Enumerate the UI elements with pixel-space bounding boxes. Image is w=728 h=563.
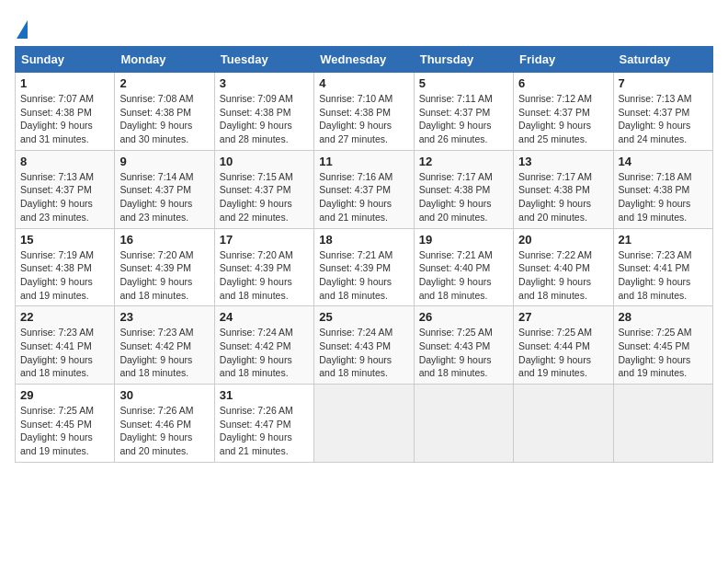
calendar-cell xyxy=(414,385,513,463)
day-info: Sunrise: 7:26 AMSunset: 4:47 PMDaylight:… xyxy=(220,405,293,456)
calendar-week-row: 22Sunrise: 7:23 AMSunset: 4:41 PMDayligh… xyxy=(16,306,713,385)
day-number: 14 xyxy=(619,155,708,168)
day-number: 30 xyxy=(119,388,209,402)
day-info: Sunrise: 7:26 AMSunset: 4:46 PMDaylight:… xyxy=(119,405,193,456)
day-number: 11 xyxy=(319,155,408,168)
column-header-saturday: Saturday xyxy=(613,47,712,73)
day-number: 13 xyxy=(518,155,608,168)
calendar-cell: 29Sunrise: 7:25 AMSunset: 4:45 PMDayligh… xyxy=(16,385,115,463)
calendar-cell: 27Sunrise: 7:25 AMSunset: 4:44 PMDayligh… xyxy=(514,306,613,385)
column-header-wednesday: Wednesday xyxy=(314,47,414,73)
day-number: 18 xyxy=(319,233,408,247)
calendar-week-row: 8Sunrise: 7:13 AMSunset: 4:37 PMDaylight… xyxy=(16,150,713,228)
day-number: 8 xyxy=(20,155,109,168)
day-info: Sunrise: 7:22 AMSunset: 4:40 PMDaylight:… xyxy=(518,249,592,301)
calendar-cell: 30Sunrise: 7:26 AMSunset: 4:46 PMDayligh… xyxy=(115,385,214,463)
day-info: Sunrise: 7:13 AMSunset: 4:37 PMDaylight:… xyxy=(20,171,94,223)
day-number: 12 xyxy=(419,155,508,168)
day-info: Sunrise: 7:11 AMSunset: 4:37 PMDaylight:… xyxy=(419,93,493,144)
calendar-cell xyxy=(613,385,712,463)
day-number: 3 xyxy=(220,76,309,90)
day-number: 10 xyxy=(220,155,309,168)
calendar-cell: 19Sunrise: 7:21 AMSunset: 4:40 PMDayligh… xyxy=(414,228,513,306)
day-info: Sunrise: 7:25 AMSunset: 4:45 PMDaylight:… xyxy=(619,327,692,378)
day-number: 20 xyxy=(518,233,608,247)
calendar-cell: 1Sunrise: 7:07 AMSunset: 4:38 PMDaylight… xyxy=(16,73,115,151)
day-number: 1 xyxy=(20,76,109,90)
day-info: Sunrise: 7:13 AMSunset: 4:37 PMDaylight:… xyxy=(619,93,692,144)
calendar-cell: 4Sunrise: 7:10 AMSunset: 4:38 PMDaylight… xyxy=(314,73,414,151)
day-number: 2 xyxy=(119,76,209,90)
calendar-cell: 2Sunrise: 7:08 AMSunset: 4:38 PMDaylight… xyxy=(115,73,214,151)
day-info: Sunrise: 7:08 AMSunset: 4:38 PMDaylight:… xyxy=(119,93,193,144)
day-number: 31 xyxy=(220,388,309,402)
day-info: Sunrise: 7:18 AMSunset: 4:38 PMDaylight:… xyxy=(619,171,692,223)
day-info: Sunrise: 7:23 AMSunset: 4:41 PMDaylight:… xyxy=(20,327,94,378)
calendar-cell: 24Sunrise: 7:24 AMSunset: 4:42 PMDayligh… xyxy=(214,306,313,385)
day-number: 4 xyxy=(319,76,408,90)
logo-triangle-icon xyxy=(17,20,28,39)
day-number: 19 xyxy=(419,233,508,247)
day-info: Sunrise: 7:21 AMSunset: 4:39 PMDaylight:… xyxy=(319,249,392,301)
day-info: Sunrise: 7:17 AMSunset: 4:38 PMDaylight:… xyxy=(419,171,493,223)
day-number: 21 xyxy=(619,233,708,247)
calendar-cell: 14Sunrise: 7:18 AMSunset: 4:38 PMDayligh… xyxy=(613,150,712,228)
day-info: Sunrise: 7:16 AMSunset: 4:37 PMDaylight:… xyxy=(319,171,392,223)
day-number: 15 xyxy=(20,233,109,247)
day-info: Sunrise: 7:17 AMSunset: 4:38 PMDaylight:… xyxy=(518,171,592,223)
calendar-cell: 25Sunrise: 7:24 AMSunset: 4:43 PMDayligh… xyxy=(314,306,414,385)
calendar-cell: 10Sunrise: 7:15 AMSunset: 4:37 PMDayligh… xyxy=(214,150,313,228)
calendar-cell: 21Sunrise: 7:23 AMSunset: 4:41 PMDayligh… xyxy=(613,228,712,306)
calendar-cell: 22Sunrise: 7:23 AMSunset: 4:41 PMDayligh… xyxy=(16,306,115,385)
calendar-cell xyxy=(314,385,414,463)
day-info: Sunrise: 7:21 AMSunset: 4:40 PMDaylight:… xyxy=(419,249,493,301)
calendar-cell: 17Sunrise: 7:20 AMSunset: 4:39 PMDayligh… xyxy=(214,228,313,306)
calendar-cell: 9Sunrise: 7:14 AMSunset: 4:37 PMDaylight… xyxy=(115,150,214,228)
day-number: 29 xyxy=(20,388,109,402)
calendar-cell: 20Sunrise: 7:22 AMSunset: 4:40 PMDayligh… xyxy=(514,228,613,306)
calendar-cell: 26Sunrise: 7:25 AMSunset: 4:43 PMDayligh… xyxy=(414,306,513,385)
calendar-cell: 13Sunrise: 7:17 AMSunset: 4:38 PMDayligh… xyxy=(514,150,613,228)
calendar-cell: 6Sunrise: 7:12 AMSunset: 4:37 PMDaylight… xyxy=(514,73,613,151)
calendar-cell: 11Sunrise: 7:16 AMSunset: 4:37 PMDayligh… xyxy=(314,150,414,228)
day-info: Sunrise: 7:24 AMSunset: 4:42 PMDaylight:… xyxy=(220,327,293,378)
day-number: 7 xyxy=(619,76,708,90)
day-info: Sunrise: 7:25 AMSunset: 4:43 PMDaylight:… xyxy=(419,327,493,378)
header xyxy=(15,15,713,37)
calendar-week-row: 1Sunrise: 7:07 AMSunset: 4:38 PMDaylight… xyxy=(16,73,713,151)
logo xyxy=(15,20,28,37)
day-number: 22 xyxy=(20,310,109,324)
day-number: 9 xyxy=(119,155,209,168)
day-info: Sunrise: 7:25 AMSunset: 4:45 PMDaylight:… xyxy=(20,405,94,456)
calendar-cell: 18Sunrise: 7:21 AMSunset: 4:39 PMDayligh… xyxy=(314,228,414,306)
day-info: Sunrise: 7:19 AMSunset: 4:38 PMDaylight:… xyxy=(20,249,94,301)
day-info: Sunrise: 7:20 AMSunset: 4:39 PMDaylight:… xyxy=(119,249,193,301)
day-number: 24 xyxy=(220,310,309,324)
day-number: 27 xyxy=(518,310,608,324)
calendar-header-row: SundayMondayTuesdayWednesdayThursdayFrid… xyxy=(16,47,713,73)
column-header-sunday: Sunday xyxy=(16,47,115,73)
day-info: Sunrise: 7:09 AMSunset: 4:38 PMDaylight:… xyxy=(220,93,293,144)
calendar-cell: 7Sunrise: 7:13 AMSunset: 4:37 PMDaylight… xyxy=(613,73,712,151)
calendar-cell: 15Sunrise: 7:19 AMSunset: 4:38 PMDayligh… xyxy=(16,228,115,306)
day-number: 28 xyxy=(619,310,708,324)
day-number: 26 xyxy=(419,310,508,324)
day-info: Sunrise: 7:25 AMSunset: 4:44 PMDaylight:… xyxy=(518,327,592,378)
calendar-cell: 31Sunrise: 7:26 AMSunset: 4:47 PMDayligh… xyxy=(214,385,313,463)
calendar-cell: 16Sunrise: 7:20 AMSunset: 4:39 PMDayligh… xyxy=(115,228,214,306)
day-info: Sunrise: 7:24 AMSunset: 4:43 PMDaylight:… xyxy=(319,327,392,378)
day-info: Sunrise: 7:23 AMSunset: 4:42 PMDaylight:… xyxy=(119,327,193,378)
column-header-tuesday: Tuesday xyxy=(214,47,313,73)
calendar-week-row: 15Sunrise: 7:19 AMSunset: 4:38 PMDayligh… xyxy=(16,228,713,306)
calendar-cell: 8Sunrise: 7:13 AMSunset: 4:37 PMDaylight… xyxy=(16,150,115,228)
day-number: 16 xyxy=(119,233,209,247)
calendar-cell xyxy=(514,385,613,463)
column-header-friday: Friday xyxy=(514,47,613,73)
day-number: 5 xyxy=(419,76,508,90)
day-info: Sunrise: 7:20 AMSunset: 4:39 PMDaylight:… xyxy=(220,249,293,301)
day-number: 17 xyxy=(220,233,309,247)
day-info: Sunrise: 7:07 AMSunset: 4:38 PMDaylight:… xyxy=(20,93,94,144)
calendar-week-row: 29Sunrise: 7:25 AMSunset: 4:45 PMDayligh… xyxy=(16,385,713,463)
calendar-cell: 28Sunrise: 7:25 AMSunset: 4:45 PMDayligh… xyxy=(613,306,712,385)
day-number: 23 xyxy=(119,310,209,324)
